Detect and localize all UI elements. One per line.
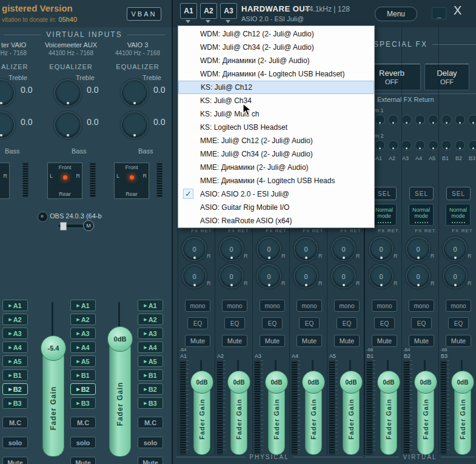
fx-return-knob[interactable]: 0 xyxy=(369,237,393,261)
mc-button[interactable]: M.C xyxy=(70,417,96,428)
routing-button-b1[interactable]: ▶B1 xyxy=(138,369,163,381)
mute-button[interactable]: Mute xyxy=(138,457,163,464)
routing-button-a5[interactable]: ▶A5 xyxy=(70,355,96,367)
mono-button[interactable]: mono xyxy=(260,300,285,312)
chevron-down-icon[interactable] xyxy=(226,20,230,25)
normal-mode-button[interactable]: Normalmode xyxy=(372,204,397,226)
mono-button[interactable]: mono xyxy=(372,300,397,312)
fader-value-knob[interactable]: 0dB xyxy=(451,371,474,394)
fader-value-knob[interactable]: 0dB xyxy=(107,326,133,352)
fader-value-knob[interactable]: 0dB xyxy=(414,371,437,394)
mono-button[interactable]: mono xyxy=(446,300,471,312)
routing-button-a1[interactable]: ▶A1 xyxy=(138,300,163,311)
sel-button[interactable]: SEL xyxy=(446,187,471,200)
bass-knob[interactable] xyxy=(55,112,81,138)
menu-item[interactable]: KS: Logitech USB Headset xyxy=(178,121,374,134)
vban-button[interactable]: VBAN xyxy=(127,7,161,21)
normal-mode-button[interactable]: Normalmode xyxy=(409,204,434,226)
hw-out-selector-a2[interactable]: A2 xyxy=(200,3,217,19)
menu-item[interactable]: WDM: Динамики (4- Logitech USB Headset) xyxy=(178,67,374,81)
routing-button-a4[interactable]: ▶A4 xyxy=(138,341,163,353)
fader-value-knob[interactable]: 0dB xyxy=(227,371,250,394)
eq-button[interactable]: EQ xyxy=(374,317,395,329)
fader-handle[interactable]: Fader Gain xyxy=(42,346,64,457)
menu-item[interactable]: KS: Juli@ Multi ch xyxy=(178,107,374,121)
fader-value-knob[interactable]: 0dB xyxy=(190,371,213,394)
routing-button-a1[interactable]: ▶A1 xyxy=(70,300,96,311)
fx-return-knob[interactable]: 0 xyxy=(443,264,467,288)
treble-knob[interactable] xyxy=(55,79,81,106)
minimize-button[interactable]: _ xyxy=(432,7,446,19)
menu-item[interactable]: WDM: Juli@ Ch34 (2- Juli@ Audio) xyxy=(178,41,374,54)
routing-button-b1[interactable]: ▶B1 xyxy=(2,369,28,381)
mono-button[interactable]: mono xyxy=(222,300,247,312)
mute-button[interactable]: Mute xyxy=(297,335,322,347)
treble-knob[interactable] xyxy=(121,79,148,106)
menu-item[interactable]: KS: Juli@ Ch34 xyxy=(178,94,374,107)
routing-button-a2[interactable]: ▶A2 xyxy=(2,314,28,325)
menu-item[interactable]: ASIO: Guitar Rig Mobile I/O xyxy=(178,201,374,214)
solo-button[interactable]: solo xyxy=(70,437,96,448)
fader-value-knob[interactable]: 0dB xyxy=(302,371,325,394)
routing-button-b2[interactable]: ▶B2 xyxy=(2,383,28,395)
chevron-down-icon[interactable] xyxy=(206,20,210,25)
menu-item[interactable]: WDM: Динамики (2- Juli@ Audio) xyxy=(178,54,374,67)
routing-button-a4[interactable]: ▶A4 xyxy=(2,341,28,353)
mute-button[interactable]: Mute xyxy=(446,335,471,347)
routing-button-a1[interactable]: ▶A1 xyxy=(2,300,28,311)
fx-return-knob[interactable]: 0 xyxy=(220,264,243,288)
obs-gain-slider[interactable] xyxy=(58,224,84,228)
mute-button[interactable]: Mute xyxy=(222,335,247,347)
bass-knob[interactable] xyxy=(121,112,148,138)
menu-item[interactable]: MME: Динамики (2- Juli@ Audio) xyxy=(178,161,374,174)
solo-button[interactable]: solo xyxy=(2,437,28,448)
routing-button-a3[interactable]: ▶A3 xyxy=(70,328,96,339)
fx-return-knob[interactable]: 0 xyxy=(332,264,355,288)
menu-item[interactable]: ASIO: ReaRoute ASIO (x64) xyxy=(178,214,374,227)
hw-out-selector-a1[interactable]: A1 xyxy=(180,3,197,19)
fader-value-knob[interactable]: 0dB xyxy=(265,371,288,394)
normal-mode-button[interactable]: Normalmode xyxy=(446,204,471,226)
mono-button[interactable]: mono xyxy=(185,300,210,312)
mute-button[interactable]: Mute xyxy=(409,335,434,347)
fx-return-knob[interactable]: 0 xyxy=(406,237,430,261)
fx-return-knob[interactable]: 0 xyxy=(294,264,318,288)
routing-button-a3[interactable]: ▶A3 xyxy=(2,328,28,339)
pan-xy-pad[interactable]: Front L R Rear xyxy=(47,163,82,199)
menu-item-checked[interactable]: ✓ASIO: ASIO 2.0 - ESI Juli@ xyxy=(178,187,374,201)
sel-button[interactable]: SEL xyxy=(409,187,434,200)
routing-button-b3[interactable]: ▶B3 xyxy=(70,397,96,409)
fx-return-knob[interactable]: 0 xyxy=(443,237,467,261)
routing-button-b2[interactable]: ▶B2 xyxy=(138,383,163,395)
pan-xy-pad[interactable]: Front L R Rear xyxy=(114,163,149,199)
mc-button[interactable]: M.C xyxy=(138,417,163,428)
fader-value-knob[interactable]: -5.4 xyxy=(41,335,66,361)
eq-button[interactable]: EQ xyxy=(448,317,469,329)
mute-button[interactable]: Mute xyxy=(260,335,285,347)
solo-button[interactable]: solo xyxy=(138,437,163,448)
mono-button[interactable]: mono xyxy=(334,300,360,312)
routing-button-b3[interactable]: ▶B3 xyxy=(138,397,163,409)
mono-button[interactable]: mono xyxy=(409,300,434,312)
fader-value-knob[interactable]: 0dB xyxy=(377,371,400,394)
eq-button[interactable]: EQ xyxy=(299,317,320,329)
routing-button-a4[interactable]: ▶A4 xyxy=(70,341,96,353)
obs-slider-handle[interactable] xyxy=(60,222,67,230)
routing-button-b1[interactable]: ▶B1 xyxy=(70,369,96,381)
menu-button[interactable]: Menu xyxy=(375,7,417,21)
fx-return-knob[interactable]: 0 xyxy=(183,237,206,261)
fx-return-knob[interactable]: 0 xyxy=(369,264,393,288)
mute-button[interactable]: Mute xyxy=(70,457,96,464)
routing-button-a5[interactable]: ▶A5 xyxy=(2,355,28,367)
mute-button[interactable]: Mute xyxy=(2,457,28,464)
mute-button[interactable]: Mute xyxy=(185,335,210,347)
hw-out-selector-a3[interactable]: A3 xyxy=(220,3,237,19)
fx-return-knob[interactable]: 0 xyxy=(406,264,430,288)
mono-button[interactable]: mono xyxy=(297,300,322,312)
menu-item[interactable]: MME: Juli@ Ch12 (2- Juli@ Audio) xyxy=(178,134,374,147)
obs-monitor-button[interactable]: M xyxy=(83,220,94,231)
mc-button[interactable]: M.C xyxy=(2,417,28,428)
fx-return-knob[interactable]: 0 xyxy=(332,237,355,261)
menu-item[interactable]: MME: Динамики (4- Logitech USB Heads xyxy=(178,174,374,187)
menu-item[interactable]: WDM: Juli@ Ch12 (2- Juli@ Audio) xyxy=(178,27,374,41)
